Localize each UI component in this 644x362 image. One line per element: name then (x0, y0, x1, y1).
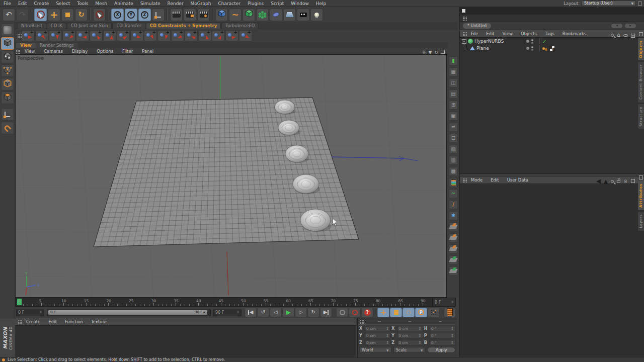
menu-animate[interactable]: Animate (111, 0, 137, 7)
object-row-plane[interactable]: Plane (460, 45, 644, 52)
stepper-icon[interactable]: ⇕ (418, 340, 421, 345)
deformer-icon-4[interactable] (449, 255, 458, 264)
keyframe-help-button[interactable]: ? (361, 308, 373, 317)
menu-render[interactable]: Render (164, 0, 187, 7)
key-scale-button[interactable] (390, 308, 402, 317)
z-axis-lock[interactable]: Z (138, 9, 151, 21)
render-settings-button[interactable] (197, 9, 210, 21)
plugin-tab-cd-transfer[interactable]: CD Transfer (112, 23, 145, 29)
tool-icon-3[interactable]: ▤ (449, 89, 458, 99)
constraint-icon-6[interactable]: + (90, 30, 103, 41)
stepper-icon[interactable]: ⇕ (451, 340, 454, 345)
attribute-menu-mode[interactable]: Mode (467, 177, 487, 183)
expand-icon[interactable]: - (462, 39, 466, 44)
render-view-button[interactable] (170, 9, 183, 21)
search-icon[interactable] (611, 29, 614, 39)
panel-handle-icon[interactable] (360, 320, 361, 321)
stepper-icon[interactable]: ⇕ (451, 300, 454, 304)
rotate-tool[interactable]: ↻ (75, 9, 88, 21)
material-menu-edit[interactable]: Edit (44, 319, 60, 324)
next-frame-button[interactable]: ▷ (295, 308, 307, 317)
move-tool[interactable]: + (48, 9, 60, 21)
object-row-hypernurbs[interactable]: -HyperNURBS✓ (460, 38, 644, 45)
object-menu-tags[interactable]: Tags (541, 31, 558, 36)
deformer-icon-3[interactable] (449, 244, 458, 253)
coord-field-y[interactable]: 0 cm⇕ (397, 333, 423, 338)
stepper-icon[interactable]: ⇕ (418, 326, 421, 331)
add-spline-button[interactable]: ~ (229, 9, 242, 21)
preview-range-fill[interactable]: 0 F 90 F ▸ (48, 310, 207, 315)
points-mode-button[interactable] (1, 64, 14, 77)
add-ellipse-button[interactable] (270, 9, 282, 21)
plugin-tab-turbulencefd[interactable]: TurbulenceFD (221, 23, 259, 29)
key-rotation-button[interactable]: ○ (403, 308, 415, 317)
live-selection-tool[interactable] (34, 9, 47, 21)
menu-character[interactable]: Character (214, 0, 244, 7)
material-menu-function[interactable]: Function (61, 319, 87, 324)
coordinate-system-dropdown[interactable]: World ▼ (359, 347, 391, 353)
record-button[interactable] (336, 308, 348, 317)
phong-tag-icon[interactable] (542, 47, 545, 50)
plugin-tab-cd-joint-and-skin[interactable]: CD Joint and Skin (67, 23, 112, 29)
add-light-button[interactable] (310, 9, 323, 21)
viewport-canvas[interactable]: YZ Perspective (15, 54, 447, 298)
plugin-tab-cd-ik[interactable]: CD IK (47, 23, 66, 29)
add-subdivision-button[interactable] (243, 9, 255, 21)
enable-toggle-icon[interactable] (526, 40, 529, 43)
tool-icon-4[interactable]: ⊞ (449, 101, 458, 110)
stepper-icon[interactable]: ⇕ (386, 340, 389, 345)
current-frame-field[interactable]: 0 F ⇕ (433, 298, 456, 307)
object-menu-view[interactable]: View (499, 31, 517, 36)
enable-axis-button[interactable] (1, 108, 14, 121)
last-used-tool[interactable] (93, 9, 106, 21)
previous-frame-button[interactable]: ◁ (270, 308, 282, 317)
constraint-icon-17[interactable]: + (239, 30, 252, 41)
coord-field-x[interactable]: 0 cm⇕ (365, 326, 390, 331)
side-tab-content-browser[interactable]: Content Browser (638, 62, 644, 102)
play-backwards-button[interactable]: ↺ (257, 308, 269, 317)
key-pla-button[interactable] (428, 308, 440, 317)
coord-field-x[interactable]: 0 cm⇕ (397, 326, 423, 331)
viewport-menu-display[interactable]: Display (67, 49, 92, 54)
model-mode-button[interactable] (1, 37, 14, 50)
visibility-dots-icon[interactable] (531, 46, 533, 51)
frame-icon[interactable] (639, 32, 643, 36)
stepper-icon[interactable]: ⇕ (39, 310, 42, 314)
enable-toggle-icon[interactable] (526, 47, 529, 50)
eye-icon[interactable] (623, 29, 628, 39)
deformer-icon-5[interactable] (449, 266, 458, 276)
search-icon[interactable] (611, 175, 614, 185)
visibility-dots-icon[interactable] (531, 39, 533, 44)
frame-icon[interactable] (631, 175, 635, 185)
add-cube-button[interactable] (215, 9, 228, 21)
preview-range-slider[interactable]: 0 F 90 F ▸ (47, 309, 211, 316)
stepper-icon[interactable]: ⇕ (386, 333, 389, 338)
path-icon[interactable]: ⌂ (617, 29, 620, 39)
constraint-icon-4[interactable]: + (62, 30, 75, 41)
viewport-menu-view[interactable]: View (20, 49, 39, 54)
stepper-icon[interactable]: ⇕ (451, 326, 454, 331)
constraint-icon-12[interactable]: + (171, 30, 184, 41)
plugin-tab-nitroblast[interactable]: NitroBlast (17, 23, 46, 29)
loop-button[interactable]: ↻ (307, 308, 319, 317)
viewport-menu-filter[interactable]: Filter (118, 49, 137, 54)
constraint-icon-3[interactable]: + (49, 30, 62, 41)
snap-settings-button[interactable] (1, 122, 14, 134)
x-axis-lock[interactable]: X (111, 9, 124, 21)
key-position-button[interactable]: + (377, 308, 389, 317)
constraint-icon-13[interactable]: + (185, 30, 198, 41)
undo-button[interactable]: ↶ (3, 9, 15, 21)
y-axis-lock[interactable]: Y (125, 9, 137, 21)
constraint-icon-5[interactable]: + (76, 30, 89, 41)
constraint-icon-1[interactable]: + (22, 30, 35, 41)
viewport-menu-panel[interactable]: Panel (137, 49, 158, 54)
menu-help[interactable]: Help (312, 0, 330, 7)
checker-tag-icon[interactable] (549, 46, 555, 51)
object-menu-objects[interactable]: Objects (517, 31, 541, 36)
history-back-icon[interactable]: ◀ (596, 175, 601, 185)
scale-mode-dropdown[interactable]: Scale ▼ (393, 347, 426, 353)
lock-icon[interactable] (617, 175, 620, 185)
material-menu-texture[interactable]: Texture (87, 319, 111, 324)
add-mograph-button[interactable] (256, 9, 269, 21)
add-floor-button[interactable] (283, 9, 296, 21)
